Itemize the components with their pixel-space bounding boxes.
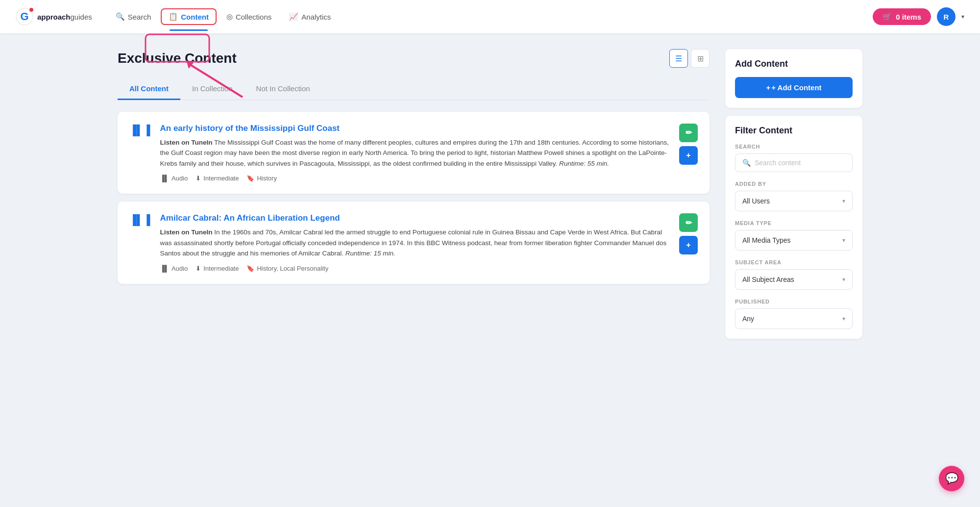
added-by-select[interactable]: All Users ▾	[735, 191, 853, 211]
bookmark-icon: 🔖	[246, 175, 254, 182]
level-icon: ⬇	[196, 265, 201, 272]
content-area: Exclusive Content ☰ ⊞ All Content In Col…	[118, 49, 710, 347]
card-body: An early history of the Mississippi Gulf…	[160, 124, 671, 182]
level-icon: ⬇	[196, 175, 201, 182]
published-select[interactable]: Any ▾	[735, 308, 853, 329]
tab-not-in-collection[interactable]: Not In Collection	[245, 79, 322, 100]
media-type-label: MEDIA TYPE	[735, 220, 853, 226]
avatar-chevron[interactable]: ▾	[961, 13, 964, 20]
search-filter-label: SEARCH	[735, 144, 853, 150]
added-by-label: ADDED BY	[735, 181, 853, 187]
chevron-down-icon: ▾	[842, 315, 845, 322]
logo[interactable]: G approachguides	[16, 8, 92, 25]
media-type-select[interactable]: All Media Types ▾	[735, 230, 853, 251]
subject-area-select[interactable]: All Subject Areas ▾	[735, 269, 853, 290]
chevron-down-icon: ▾	[842, 198, 845, 204]
media-type-tag: ▐▌ Audio	[160, 265, 188, 272]
cart-icon: 🛒	[882, 12, 892, 21]
avatar-button[interactable]: R	[937, 7, 956, 26]
chat-fab-button[interactable]: 💬	[939, 466, 964, 491]
grid-icon: ⊞	[697, 54, 704, 63]
nav-content[interactable]: 📋 Content	[161, 8, 217, 25]
plus-icon: +	[766, 83, 770, 92]
level-tag: ⬇ Intermediate	[196, 175, 239, 182]
page-title-row: Exclusive Content ☰ ⊞	[118, 49, 710, 68]
logo-dot	[29, 8, 33, 12]
main-nav: 🔍 Search 📋 Content ◎ Collections 📈 Analy…	[108, 8, 873, 25]
filter-content-section: Filter Content SEARCH 🔍 ADDED BY All Use…	[725, 116, 862, 339]
edit-button[interactable]: ✏	[679, 213, 698, 232]
published-label: PUBLISHED	[735, 299, 853, 304]
cart-button[interactable]: 🛒 0 items	[873, 8, 931, 25]
view-toggle: ☰ ⊞	[669, 49, 710, 68]
tab-in-collection[interactable]: In Collection	[180, 79, 245, 100]
add-to-collection-button[interactable]: +	[679, 146, 698, 165]
audio-waveform-icon: ▐▌▐	[129, 125, 150, 136]
list-icon: ☰	[675, 54, 682, 63]
card-icon-area: ▐▌▐	[129, 124, 152, 136]
card-description: Listen on TuneIn In the 1960s and 70s, A…	[160, 227, 671, 259]
chevron-down-icon: ▾	[842, 237, 845, 244]
card-tags: ▐▌ Audio ⬇ Intermediate 🔖 History, Local…	[160, 265, 671, 272]
card-source: Listen on TuneIn	[160, 228, 213, 236]
analytics-nav-icon: 📈	[289, 12, 298, 21]
level-tag: ⬇ Intermediate	[196, 265, 239, 272]
add-content-button[interactable]: + + Add Content	[735, 77, 853, 98]
published-value: Any	[742, 315, 754, 323]
subject-tag: 🔖 History	[246, 175, 276, 182]
card-title[interactable]: Amilcar Cabral: An African Liberation Le…	[160, 213, 671, 223]
card-runtime: Runtime: 15 min.	[345, 250, 395, 257]
edit-button[interactable]: ✏	[679, 124, 698, 142]
audio-tag-icon: ▐▌	[160, 175, 169, 182]
add-content-title: Add Content	[735, 59, 853, 69]
content-tabs: All Content In Collection Not In Collect…	[118, 79, 710, 100]
card-source: Listen on TuneIn	[160, 139, 213, 146]
subject-area-value: All Subject Areas	[742, 276, 794, 283]
card-description: Listen on TuneIn The Mississippi Gulf Co…	[160, 137, 671, 169]
header-right: 🛒 0 items R ▾	[873, 7, 964, 26]
tab-all-content[interactable]: All Content	[118, 79, 180, 100]
media-type-value: All Media Types	[742, 236, 791, 244]
filter-content-title: Filter Content	[735, 126, 853, 136]
card-runtime: Runtime: 55 min.	[559, 160, 609, 167]
card-icon-area: ▐▌▐	[129, 213, 152, 226]
card-tags: ▐▌ Audio ⬇ Intermediate 🔖 History	[160, 175, 671, 182]
content-nav-icon: 📋	[169, 12, 178, 21]
chat-icon: 💬	[945, 472, 958, 485]
bookmark-icon: 🔖	[246, 265, 254, 272]
audio-waveform-icon: ▐▌▐	[129, 214, 150, 226]
grid-view-button[interactable]: ⊞	[691, 49, 710, 68]
add-content-section: Add Content + + Add Content	[725, 49, 862, 108]
logo-icon: G	[16, 8, 33, 25]
search-nav-icon: 🔍	[116, 12, 125, 21]
card-title[interactable]: An early history of the Mississippi Gulf…	[160, 124, 671, 133]
card-actions: ✏ +	[679, 124, 698, 165]
content-card: ▐▌▐ Amilcar Cabral: An African Liberatio…	[118, 202, 710, 284]
search-content-input[interactable]	[755, 159, 845, 167]
search-icon: 🔍	[742, 159, 751, 167]
nav-collections[interactable]: ◎ Collections	[219, 8, 279, 25]
sidebar: Add Content + + Add Content Filter Conte…	[725, 49, 862, 347]
logo-text: approachguides	[37, 13, 92, 21]
nav-search[interactable]: 🔍 Search	[108, 8, 159, 25]
added-by-value: All Users	[742, 197, 770, 205]
add-to-collection-button[interactable]: +	[679, 236, 698, 254]
search-filter-input-wrap: 🔍	[735, 153, 853, 172]
card-actions: ✏ +	[679, 213, 698, 254]
main-layout: Exclusive Content ☰ ⊞ All Content In Col…	[98, 33, 882, 362]
list-view-button[interactable]: ☰	[669, 49, 688, 68]
page-title: Exclusive Content	[118, 51, 237, 66]
card-body: Amilcar Cabral: An African Liberation Le…	[160, 213, 671, 272]
content-card: ▐▌▐ An early history of the Mississippi …	[118, 112, 710, 194]
media-type-tag: ▐▌ Audio	[160, 175, 188, 182]
subject-area-label: SUBJECT AREA	[735, 259, 853, 265]
chevron-down-icon: ▾	[842, 276, 845, 283]
subject-tag: 🔖 History, Local Personality	[246, 265, 328, 272]
collections-nav-icon: ◎	[226, 12, 233, 21]
nav-analytics[interactable]: 📈 Analytics	[281, 8, 339, 25]
audio-tag-icon: ▐▌	[160, 265, 169, 272]
header: G approachguides 🔍 Search 📋 Content ◎ Co…	[0, 0, 980, 33]
